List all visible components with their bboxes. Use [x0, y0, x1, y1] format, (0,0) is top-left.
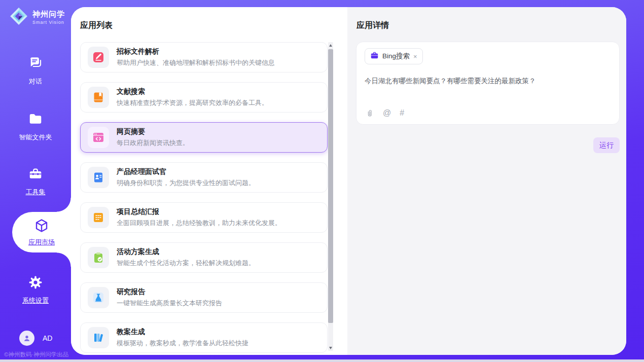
note-icon	[88, 207, 109, 228]
cube-icon	[34, 218, 49, 235]
sidebar: 神州问学 Smart Vision 对话 智能文件夹	[0, 0, 71, 362]
app-description: 每日政府新闻资讯快查。	[117, 138, 189, 148]
sidebar-item-toolset[interactable]: 工具集	[0, 166, 71, 197]
webpage-icon	[88, 127, 109, 148]
app-description: 一键智能生成高质量长文本研究报告	[117, 299, 222, 308]
app-detail-title: 应用详情	[356, 20, 389, 31]
app-card-tender-analysis[interactable]: 招标文件解析 帮助用户快速、准确地理解和解析招标书中的关键信息	[80, 42, 328, 73]
scroll-up-icon[interactable]	[328, 42, 333, 48]
sidebar-item-label: 对话	[29, 77, 42, 86]
book-icon	[88, 87, 109, 108]
app-card-lesson-plan[interactable]: 教案生成 模板驱动，教案秒成，教学准备从此轻松快捷	[80, 322, 328, 353]
sidebar-item-app-market[interactable]: 应用市场	[12, 212, 71, 252]
app-card-pm-interviewer[interactable]: 产品经理面试官 明确身份和职责，为您提供专业性的面试问题。	[80, 162, 328, 193]
folder-icon	[28, 112, 43, 129]
app-description: 全面回顾项目进展，总结经验教训，助力未来优化发展。	[117, 219, 281, 228]
at-icon[interactable]: @	[383, 108, 391, 118]
sidebar-item-label: 智能文件夹	[19, 133, 52, 142]
scroll-down-icon[interactable]	[328, 345, 333, 351]
app-card-project-summary[interactable]: 项目总结汇报 全面回顾项目进展，总结经验教训，助力未来优化发展。	[80, 202, 328, 233]
clipboard-check-icon	[88, 247, 109, 268]
app-title: 招标文件解析	[117, 47, 275, 56]
sidebar-item-smart-folder[interactable]: 智能文件夹	[0, 112, 71, 142]
sidebar-item-label: 系统设置	[22, 296, 49, 305]
app-description: 快速精准查找学术资源，提高研究效率的必备工具。	[117, 98, 268, 107]
scrollbar-thumb[interactable]	[328, 49, 333, 323]
app-description: 模板驱动，教案秒成，教学准备从此轻松快捷	[117, 339, 248, 348]
brand-name: 神州问学	[32, 10, 65, 19]
paperclip-icon[interactable]	[366, 109, 374, 118]
app-title: 研究报告	[117, 287, 222, 297]
prompt-toolbar: @ #	[366, 108, 404, 118]
app-card-research-report[interactable]: 研究报告 一键智能生成高质量长文本研究报告	[80, 282, 328, 313]
books-icon	[88, 327, 109, 348]
prompt-input[interactable]: 今日湖北有哪些新闻要点？有哪些需要关注的最新政策？	[365, 77, 611, 86]
briefcase-icon	[370, 51, 379, 62]
toolbox-icon	[28, 166, 43, 184]
user-name: AD	[43, 334, 52, 342]
flask-icon	[88, 287, 109, 308]
app-title: 教案生成	[117, 328, 248, 337]
sidebar-item-chat[interactable]: 对话	[0, 56, 71, 86]
list-scrollbar[interactable]	[328, 42, 333, 351]
app-card-list: 招标文件解析 帮助用户快速、准确地理解和解析招标书中的关键信息 文献搜索 快速精…	[80, 42, 328, 355]
app-logo: 神州问学 Smart Vision	[9, 7, 65, 28]
sidebar-item-label: 工具集	[26, 188, 46, 197]
app-list-panel: 应用列表 招标文件解析 帮助用户快速、准确地理解和解析招标书中的关键信息	[71, 7, 347, 355]
compose-icon	[88, 47, 109, 68]
app-detail-panel: 应用详情 Bing搜索 × 今日湖北有哪些新闻要点？有哪些需要关注的最新政策？	[347, 7, 626, 355]
bottom-divider	[0, 359, 644, 362]
app-description: 智能生成个性化活动方案，轻松解决规划难题。	[117, 259, 255, 268]
gear-icon	[28, 275, 43, 292]
brand-subtitle: Smart Vision	[32, 20, 65, 25]
app-card-webpage-summary[interactable]: 网页摘要 每日政府新闻资讯快查。	[80, 122, 328, 153]
tool-tag-bing-search[interactable]: Bing搜索 ×	[365, 48, 423, 64]
app-description: 明确身份和职责，为您提供专业性的面试问题。	[117, 178, 255, 188]
chat-icon	[28, 56, 43, 73]
main-content: 应用列表 招标文件解析 帮助用户快速、准确地理解和解析招标书中的关键信息	[71, 7, 626, 355]
app-title: 文献搜索	[117, 87, 268, 96]
interviewer-icon	[88, 167, 109, 188]
avatar	[19, 331, 34, 346]
prompt-card: Bing搜索 × 今日湖北有哪些新闻要点？有哪些需要关注的最新政策？ @ #	[356, 42, 620, 125]
diamond-logo-icon	[9, 7, 28, 28]
app-title: 网页摘要	[117, 127, 189, 136]
app-list-title: 应用列表	[80, 20, 113, 31]
app-title: 活动方案生成	[117, 247, 255, 257]
footer-copyright: ©神州数码·神州问学出品	[4, 351, 68, 358]
app-title: 项目总结汇报	[117, 207, 281, 216]
app-description: 帮助用户快速、准确地理解和解析招标书中的关键信息	[117, 58, 275, 67]
sidebar-item-settings[interactable]: 系统设置	[0, 275, 71, 305]
hash-icon[interactable]: #	[400, 108, 404, 118]
sidebar-item-label: 应用市场	[28, 238, 55, 247]
user-account[interactable]: AD	[19, 331, 52, 346]
close-icon[interactable]: ×	[413, 53, 417, 60]
app-title: 产品经理面试官	[117, 167, 255, 176]
app-card-event-plan[interactable]: 活动方案生成 智能生成个性化活动方案，轻松解决规划难题。	[80, 242, 328, 273]
app-card-literature-search[interactable]: 文献搜索 快速精准查找学术资源，提高研究效率的必备工具。	[80, 82, 328, 113]
run-button[interactable]: 运行	[593, 137, 620, 153]
tool-tag-label: Bing搜索	[382, 52, 410, 61]
